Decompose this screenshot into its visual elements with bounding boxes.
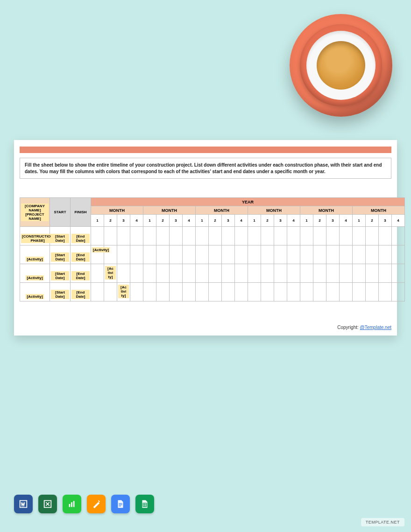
empty-cell bbox=[313, 227, 326, 245]
empty-cell bbox=[196, 283, 209, 301]
empty-cell bbox=[340, 227, 353, 245]
header-week: 4 bbox=[130, 215, 143, 227]
row-label: [Activity] bbox=[20, 264, 50, 283]
header-week: 1 bbox=[143, 215, 156, 227]
header-month: MONTH bbox=[248, 206, 300, 215]
empty-cell bbox=[366, 283, 379, 301]
empty-cell bbox=[353, 264, 366, 283]
empty-cell bbox=[235, 227, 248, 245]
activity-cell: [Activity] bbox=[91, 245, 104, 264]
header-week: 2 bbox=[366, 215, 379, 227]
header-week: 1 bbox=[196, 215, 209, 227]
header-week: 1 bbox=[248, 215, 261, 227]
empty-cell bbox=[248, 264, 261, 283]
empty-cell bbox=[117, 264, 130, 283]
empty-cell bbox=[392, 245, 405, 264]
empty-cell bbox=[248, 245, 261, 264]
empty-cell bbox=[196, 264, 209, 283]
empty-cell bbox=[300, 227, 313, 245]
numbers-icon[interactable] bbox=[63, 495, 81, 513]
word-icon[interactable] bbox=[14, 495, 33, 513]
pages-icon[interactable] bbox=[87, 495, 106, 513]
google-sheets-icon[interactable] bbox=[135, 495, 154, 513]
svg-rect-0 bbox=[69, 504, 71, 507]
empty-cell bbox=[170, 283, 183, 301]
empty-cell bbox=[183, 283, 196, 301]
copyright-link[interactable]: @Template.net bbox=[360, 325, 391, 330]
empty-cell bbox=[326, 283, 340, 301]
row-start: [Start Date] bbox=[50, 227, 71, 245]
empty-cell bbox=[170, 264, 183, 283]
empty-cell bbox=[261, 245, 274, 264]
header-month: MONTH bbox=[353, 206, 405, 215]
empty-cell bbox=[340, 264, 353, 283]
header-week: 4 bbox=[235, 215, 248, 227]
watermark: TEMPLATE.NET bbox=[361, 518, 404, 526]
empty-cell bbox=[104, 283, 117, 301]
empty-cell bbox=[222, 245, 235, 264]
empty-cell bbox=[274, 283, 287, 301]
header-week: 3 bbox=[379, 215, 392, 227]
empty-cell bbox=[248, 283, 261, 301]
svg-rect-3 bbox=[119, 503, 122, 504]
google-docs-icon[interactable] bbox=[111, 495, 130, 513]
empty-cell bbox=[340, 245, 353, 264]
header-week: 4 bbox=[287, 215, 300, 227]
empty-cell bbox=[392, 264, 405, 283]
empty-cell bbox=[209, 264, 222, 283]
header-week: 3 bbox=[170, 215, 183, 227]
empty-cell bbox=[156, 245, 170, 264]
empty-cell bbox=[130, 227, 143, 245]
empty-cell bbox=[130, 264, 143, 283]
svg-rect-5 bbox=[119, 506, 121, 506]
header-week: 4 bbox=[340, 215, 353, 227]
row-label: [Activity] bbox=[20, 283, 50, 301]
empty-cell bbox=[326, 264, 340, 283]
svg-rect-1 bbox=[71, 502, 72, 507]
header-month: MONTH bbox=[143, 206, 196, 215]
empty-cell bbox=[326, 227, 340, 245]
empty-cell bbox=[326, 245, 340, 264]
header-week: 1 bbox=[353, 215, 366, 227]
header-company-project: [COMPANY NAME] [PROJECT NAME] bbox=[20, 198, 50, 227]
empty-cell bbox=[209, 227, 222, 245]
header-week: 1 bbox=[300, 215, 313, 227]
empty-cell bbox=[261, 264, 274, 283]
empty-cell bbox=[353, 245, 366, 264]
row-start: [Start Date] bbox=[50, 283, 71, 301]
header-week: 2 bbox=[156, 215, 170, 227]
top-accent-bar bbox=[20, 147, 391, 153]
empty-cell bbox=[183, 264, 196, 283]
empty-cell bbox=[156, 227, 170, 245]
empty-cell bbox=[104, 227, 117, 245]
empty-cell bbox=[261, 283, 274, 301]
header-week: 2 bbox=[209, 215, 222, 227]
empty-cell bbox=[274, 264, 287, 283]
empty-cell bbox=[366, 227, 379, 245]
document-sheet: Fill the sheet below to show the entire … bbox=[14, 140, 397, 336]
empty-cell bbox=[143, 283, 156, 301]
empty-cell bbox=[392, 227, 405, 245]
empty-cell bbox=[248, 227, 261, 245]
row-end: [End Date] bbox=[71, 245, 91, 264]
excel-icon[interactable] bbox=[38, 495, 57, 513]
row-label: [Activity] bbox=[20, 245, 50, 264]
empty-cell bbox=[287, 283, 300, 301]
empty-cell bbox=[379, 245, 392, 264]
empty-cell bbox=[379, 227, 392, 245]
empty-cell bbox=[91, 227, 104, 245]
empty-cell bbox=[287, 245, 300, 264]
header-week: 3 bbox=[222, 215, 235, 227]
header-week: 4 bbox=[183, 215, 196, 227]
empty-cell bbox=[379, 264, 392, 283]
empty-cell bbox=[130, 245, 143, 264]
empty-cell bbox=[117, 227, 130, 245]
header-month: MONTH bbox=[300, 206, 353, 215]
empty-cell bbox=[235, 283, 248, 301]
header-week: 3 bbox=[274, 215, 287, 227]
row-start: [Start Date] bbox=[50, 245, 71, 264]
table-row: [Activity][Start Date][End Date][Ac tivi… bbox=[20, 283, 405, 301]
empty-cell bbox=[261, 227, 274, 245]
header-week: 3 bbox=[326, 215, 340, 227]
empty-cell bbox=[366, 245, 379, 264]
